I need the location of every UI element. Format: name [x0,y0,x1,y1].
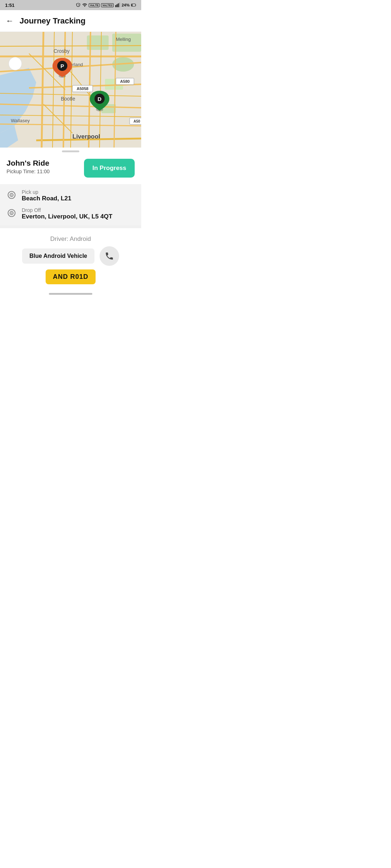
battery-text: 24% [122,3,130,7]
status-bar: 1:51 VoLTE VoLTE2 24% [0,0,141,10]
home-indicator [49,293,92,295]
svg-text:Liverpool: Liverpool [72,133,100,140]
svg-point-58 [11,212,12,213]
svg-rect-5 [135,4,136,6]
divider [0,225,141,228]
dropoff-label: Drop Off [22,207,112,213]
svg-point-55 [11,194,12,195]
pickup-time: Pickup Time: 11:00 [7,169,50,174]
svg-text:Crosby: Crosby [54,48,70,54]
pickup-icon [6,189,17,201]
driver-label: Driver: Android [50,235,91,243]
dropoff-row: Drop Off Everton, Liverpool, UK, L5 4QT [6,207,135,220]
dropoff-icon [6,207,17,219]
drag-handle-area[interactable] [0,148,141,154]
ride-info-card: John's Ride Pickup Time: 11:00 In Progre… [0,154,141,184]
locations-section: Pick up Beach Road, L21 Drop Off Everton… [0,184,141,225]
volte2-badge: VoLTE2 [101,3,114,7]
svg-point-46 [9,57,22,70]
svg-text:Wallasey: Wallasey [11,118,30,123]
bottom-indicator [0,288,141,298]
drag-handle [62,150,79,152]
battery-icon [131,3,136,8]
svg-rect-2 [118,3,119,7]
plate-badge: AND R01D [46,269,96,284]
status-time: 1:51 [5,3,14,8]
svg-rect-1 [117,4,117,7]
signal-icon [115,3,120,8]
driver-row: Blue Android Vehicle [6,246,135,266]
ride-info-left: John's Ride Pickup Time: 11:00 [7,159,50,174]
header: ← Journey Tracking [0,10,141,32]
back-button[interactable]: ← [6,16,14,26]
map-view[interactable]: A5058 A580 A50 Crosby Litherland Bootle … [0,32,141,148]
vehicle-badge: Blue Android Vehicle [22,248,94,264]
driver-section: Driver: Android Blue Android Vehicle AND… [0,228,141,288]
svg-text:Bootle: Bootle [61,96,75,102]
status-badge: In Progress [84,159,135,178]
volte1-badge: VoLTE [89,3,100,7]
svg-text:Melling: Melling [116,37,131,42]
svg-rect-3 [119,3,120,7]
map-svg: A5058 A580 A50 Crosby Litherland Bootle … [0,32,141,148]
call-button[interactable] [100,246,119,266]
alarm-icon [76,3,81,8]
pickup-info: Pick up Beach Road, L21 [22,189,71,202]
svg-rect-0 [115,5,116,7]
svg-rect-6 [131,4,132,6]
dropoff-address: Everton, Liverpool, UK, L5 4QT [22,213,112,220]
svg-text:D: D [98,96,102,102]
pickup-label: Pick up [22,189,71,195]
ride-title: John's Ride [7,159,50,167]
dropoff-info: Drop Off Everton, Liverpool, UK, L5 4QT [22,207,112,220]
svg-text:A580: A580 [120,79,130,84]
pickup-row: Pick up Beach Road, L21 [6,189,135,202]
pickup-address: Beach Road, L21 [22,195,71,202]
svg-text:A50: A50 [134,119,140,123]
svg-text:A5058: A5058 [77,86,88,91]
status-icons: VoLTE VoLTE2 24% [76,3,136,8]
page-title: Journey Tracking [20,16,85,26]
wifi-icon [82,3,87,8]
phone-icon [105,251,114,261]
svg-text:P: P [60,63,64,69]
